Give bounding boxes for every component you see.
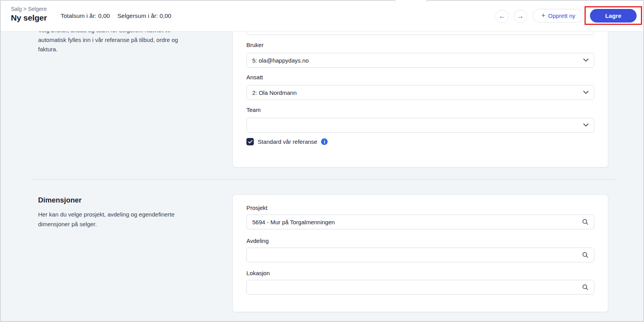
dimensions-description-line-1: Her kan du velge prosjekt, avdeling og e…: [38, 210, 225, 220]
previous-button[interactable]: ←: [496, 10, 509, 23]
reference-description-line-2: faktura.: [38, 45, 225, 54]
frame-border-left: [0, 0, 1, 322]
chevron-down-icon: [583, 91, 589, 94]
dimensions-description: Her kan du velge prosjekt, avdeling og e…: [38, 210, 225, 229]
next-button[interactable]: →: [514, 10, 527, 23]
frame-border-bottom: [0, 321, 644, 322]
avdeling-label: Avdeling: [246, 237, 269, 244]
team-label: Team: [246, 107, 261, 113]
prosjekt-input-value: 5694 - Mur på Torgalmenningen: [252, 219, 335, 225]
selgersum-stat: Selgersum i år: 0,00: [117, 12, 171, 19]
search-icon: [582, 251, 589, 258]
arrow-left-icon: ←: [499, 12, 506, 20]
create-new-button[interactable]: + Opprett ny: [532, 9, 584, 23]
lokasjon-input[interactable]: [246, 280, 594, 295]
info-icon[interactable]: i: [321, 138, 328, 145]
prosjekt-input[interactable]: 5694 - Mur på Torgalmenningen: [246, 215, 594, 229]
bruker-select[interactable]: 5: ola@happydays.no: [246, 53, 594, 68]
reference-description-line-1: automatisk fylles inn i vår referanse på…: [38, 35, 225, 45]
page-header: Salg > Selgere Ny selger Totalsum i år: …: [0, 0, 644, 31]
standard-var-referanse-checkbox[interactable]: [246, 138, 254, 145]
page-title: Ny selger: [11, 13, 47, 23]
ansatt-select-value: 2: Ola Nordmann: [252, 89, 297, 96]
dimensions-description-line-2: dimensjoner på selger.: [38, 220, 225, 229]
create-new-label: Opprett ny: [548, 12, 575, 19]
standard-var-referanse-label: Standard vår referanse: [258, 138, 317, 145]
arrow-right-icon: →: [517, 12, 524, 20]
frame-border-top-left: [0, 0, 395, 1]
standard-var-referanse-row: Standard vår referanse i: [246, 138, 328, 145]
chevron-down-icon: [583, 58, 589, 62]
frame-notch-right: [426, 0, 427, 2]
bruker-label: Bruker: [246, 42, 264, 48]
lokasjon-label: Lokasjon: [246, 270, 270, 276]
avdeling-input[interactable]: [246, 248, 594, 262]
prosjekt-label: Prosjekt: [246, 204, 267, 211]
totalsum-stat: Totalsum i år: 0,00: [61, 12, 110, 19]
checkmark-icon: [248, 140, 253, 144]
breadcrumb[interactable]: Salg > Selgere: [11, 6, 47, 12]
frame-border-top-right: [427, 0, 644, 1]
search-icon: [582, 218, 589, 225]
chevron-down-icon: [583, 123, 589, 127]
save-button-label: Lagre: [605, 12, 621, 19]
bruker-select-value: 5: ola@happydays.no: [252, 57, 309, 64]
ansatt-label: Ansatt: [246, 74, 263, 80]
section-divider: [31, 179, 615, 180]
frame-notch-left: [395, 0, 395, 2]
plus-icon: +: [541, 12, 546, 19]
save-button[interactable]: Lagre: [590, 9, 637, 23]
search-icon: [582, 284, 589, 291]
info-glyph: i: [324, 140, 325, 144]
ansatt-select[interactable]: 2: Ola Nordmann: [246, 85, 594, 100]
app-window: Velg bruker, ansatt og team for selgeren…: [0, 0, 644, 323]
team-select[interactable]: [246, 118, 594, 133]
dimensions-heading: Dimensjoner: [38, 196, 82, 204]
